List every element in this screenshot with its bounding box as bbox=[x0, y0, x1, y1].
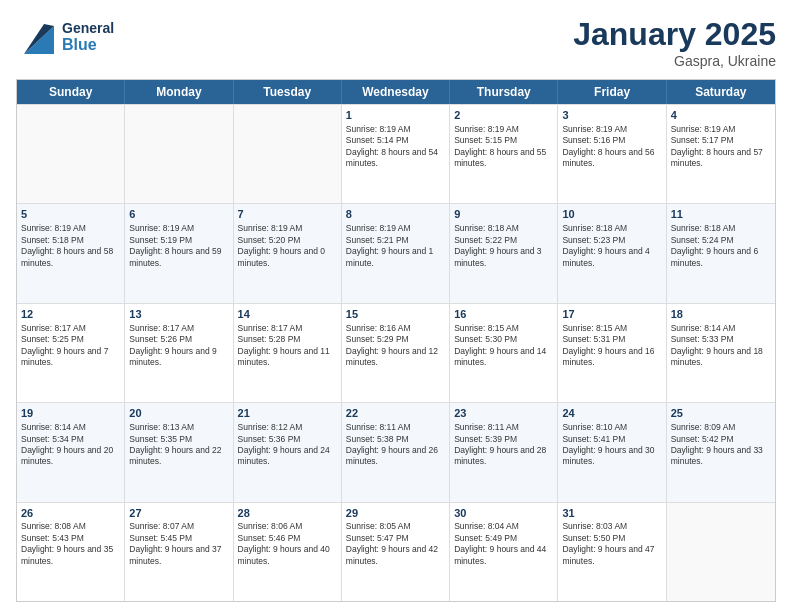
day-info-28: Sunrise: 8:06 AM Sunset: 5:46 PM Dayligh… bbox=[238, 521, 330, 565]
page: General Blue January 2025 Gaspra, Ukrain… bbox=[0, 0, 792, 612]
title-block: January 2025 Gaspra, Ukraine bbox=[573, 16, 776, 69]
calendar: Sunday Monday Tuesday Wednesday Thursday… bbox=[16, 79, 776, 602]
day-info-11: Sunrise: 8:18 AM Sunset: 5:24 PM Dayligh… bbox=[671, 223, 758, 267]
empty-cell-w4-d6 bbox=[667, 503, 775, 601]
day-info-13: Sunrise: 8:17 AM Sunset: 5:26 PM Dayligh… bbox=[129, 323, 216, 367]
calendar-header: Sunday Monday Tuesday Wednesday Thursday… bbox=[17, 80, 775, 104]
day-number-5: 5 bbox=[21, 207, 120, 222]
day-number-2: 2 bbox=[454, 108, 553, 123]
day-info-26: Sunrise: 8:08 AM Sunset: 5:43 PM Dayligh… bbox=[21, 521, 113, 565]
day-cell-1: 1Sunrise: 8:19 AM Sunset: 5:14 PM Daylig… bbox=[342, 105, 450, 203]
day-info-27: Sunrise: 8:07 AM Sunset: 5:45 PM Dayligh… bbox=[129, 521, 221, 565]
day-info-16: Sunrise: 8:15 AM Sunset: 5:30 PM Dayligh… bbox=[454, 323, 546, 367]
day-number-10: 10 bbox=[562, 207, 661, 222]
day-number-11: 11 bbox=[671, 207, 771, 222]
day-info-10: Sunrise: 8:18 AM Sunset: 5:23 PM Dayligh… bbox=[562, 223, 649, 267]
day-cell-28: 28Sunrise: 8:06 AM Sunset: 5:46 PM Dayli… bbox=[234, 503, 342, 601]
day-cell-14: 14Sunrise: 8:17 AM Sunset: 5:28 PM Dayli… bbox=[234, 304, 342, 402]
day-number-6: 6 bbox=[129, 207, 228, 222]
day-number-7: 7 bbox=[238, 207, 337, 222]
empty-cell-w0-d0 bbox=[17, 105, 125, 203]
day-number-24: 24 bbox=[562, 406, 661, 421]
header-saturday: Saturday bbox=[667, 80, 775, 104]
day-cell-5: 5Sunrise: 8:19 AM Sunset: 5:18 PM Daylig… bbox=[17, 204, 125, 302]
day-number-15: 15 bbox=[346, 307, 445, 322]
day-number-1: 1 bbox=[346, 108, 445, 123]
day-cell-10: 10Sunrise: 8:18 AM Sunset: 5:23 PM Dayli… bbox=[558, 204, 666, 302]
empty-cell-w0-d2 bbox=[234, 105, 342, 203]
week-row-3: 12Sunrise: 8:17 AM Sunset: 5:25 PM Dayli… bbox=[17, 303, 775, 402]
day-number-27: 27 bbox=[129, 506, 228, 521]
day-number-21: 21 bbox=[238, 406, 337, 421]
day-number-31: 31 bbox=[562, 506, 661, 521]
day-cell-13: 13Sunrise: 8:17 AM Sunset: 5:26 PM Dayli… bbox=[125, 304, 233, 402]
day-cell-23: 23Sunrise: 8:11 AM Sunset: 5:39 PM Dayli… bbox=[450, 403, 558, 501]
day-info-7: Sunrise: 8:19 AM Sunset: 5:20 PM Dayligh… bbox=[238, 223, 325, 267]
day-info-15: Sunrise: 8:16 AM Sunset: 5:29 PM Dayligh… bbox=[346, 323, 438, 367]
day-cell-22: 22Sunrise: 8:11 AM Sunset: 5:38 PM Dayli… bbox=[342, 403, 450, 501]
day-number-26: 26 bbox=[21, 506, 120, 521]
day-info-12: Sunrise: 8:17 AM Sunset: 5:25 PM Dayligh… bbox=[21, 323, 108, 367]
calendar-body: 1Sunrise: 8:19 AM Sunset: 5:14 PM Daylig… bbox=[17, 104, 775, 601]
day-number-9: 9 bbox=[454, 207, 553, 222]
day-info-8: Sunrise: 8:19 AM Sunset: 5:21 PM Dayligh… bbox=[346, 223, 433, 267]
header-sunday: Sunday bbox=[17, 80, 125, 104]
day-number-20: 20 bbox=[129, 406, 228, 421]
day-info-4: Sunrise: 8:19 AM Sunset: 5:17 PM Dayligh… bbox=[671, 124, 763, 168]
day-info-2: Sunrise: 8:19 AM Sunset: 5:15 PM Dayligh… bbox=[454, 124, 546, 168]
day-info-30: Sunrise: 8:04 AM Sunset: 5:49 PM Dayligh… bbox=[454, 521, 546, 565]
location: Gaspra, Ukraine bbox=[573, 53, 776, 69]
day-cell-18: 18Sunrise: 8:14 AM Sunset: 5:33 PM Dayli… bbox=[667, 304, 775, 402]
empty-cell-w0-d1 bbox=[125, 105, 233, 203]
day-number-14: 14 bbox=[238, 307, 337, 322]
day-info-25: Sunrise: 8:09 AM Sunset: 5:42 PM Dayligh… bbox=[671, 422, 763, 466]
day-cell-26: 26Sunrise: 8:08 AM Sunset: 5:43 PM Dayli… bbox=[17, 503, 125, 601]
day-number-22: 22 bbox=[346, 406, 445, 421]
day-cell-15: 15Sunrise: 8:16 AM Sunset: 5:29 PM Dayli… bbox=[342, 304, 450, 402]
day-number-25: 25 bbox=[671, 406, 771, 421]
day-info-17: Sunrise: 8:15 AM Sunset: 5:31 PM Dayligh… bbox=[562, 323, 654, 367]
day-cell-27: 27Sunrise: 8:07 AM Sunset: 5:45 PM Dayli… bbox=[125, 503, 233, 601]
week-row-4: 19Sunrise: 8:14 AM Sunset: 5:34 PM Dayli… bbox=[17, 402, 775, 501]
day-info-29: Sunrise: 8:05 AM Sunset: 5:47 PM Dayligh… bbox=[346, 521, 438, 565]
header-monday: Monday bbox=[125, 80, 233, 104]
day-info-3: Sunrise: 8:19 AM Sunset: 5:16 PM Dayligh… bbox=[562, 124, 654, 168]
day-cell-3: 3Sunrise: 8:19 AM Sunset: 5:16 PM Daylig… bbox=[558, 105, 666, 203]
logo-general-text: General bbox=[62, 21, 114, 36]
logo-wordmark: General Blue bbox=[62, 21, 114, 54]
day-cell-25: 25Sunrise: 8:09 AM Sunset: 5:42 PM Dayli… bbox=[667, 403, 775, 501]
day-info-20: Sunrise: 8:13 AM Sunset: 5:35 PM Dayligh… bbox=[129, 422, 221, 466]
header-friday: Friday bbox=[558, 80, 666, 104]
week-row-5: 26Sunrise: 8:08 AM Sunset: 5:43 PM Dayli… bbox=[17, 502, 775, 601]
day-cell-2: 2Sunrise: 8:19 AM Sunset: 5:15 PM Daylig… bbox=[450, 105, 558, 203]
day-cell-30: 30Sunrise: 8:04 AM Sunset: 5:49 PM Dayli… bbox=[450, 503, 558, 601]
logo: General Blue bbox=[16, 16, 114, 58]
day-cell-24: 24Sunrise: 8:10 AM Sunset: 5:41 PM Dayli… bbox=[558, 403, 666, 501]
day-info-24: Sunrise: 8:10 AM Sunset: 5:41 PM Dayligh… bbox=[562, 422, 654, 466]
day-cell-31: 31Sunrise: 8:03 AM Sunset: 5:50 PM Dayli… bbox=[558, 503, 666, 601]
month-title: January 2025 bbox=[573, 16, 776, 53]
day-cell-29: 29Sunrise: 8:05 AM Sunset: 5:47 PM Dayli… bbox=[342, 503, 450, 601]
day-number-23: 23 bbox=[454, 406, 553, 421]
day-cell-6: 6Sunrise: 8:19 AM Sunset: 5:19 PM Daylig… bbox=[125, 204, 233, 302]
day-cell-16: 16Sunrise: 8:15 AM Sunset: 5:30 PM Dayli… bbox=[450, 304, 558, 402]
day-number-29: 29 bbox=[346, 506, 445, 521]
header-wednesday: Wednesday bbox=[342, 80, 450, 104]
day-number-12: 12 bbox=[21, 307, 120, 322]
day-info-6: Sunrise: 8:19 AM Sunset: 5:19 PM Dayligh… bbox=[129, 223, 221, 267]
day-number-28: 28 bbox=[238, 506, 337, 521]
day-cell-8: 8Sunrise: 8:19 AM Sunset: 5:21 PM Daylig… bbox=[342, 204, 450, 302]
day-info-19: Sunrise: 8:14 AM Sunset: 5:34 PM Dayligh… bbox=[21, 422, 113, 466]
day-info-9: Sunrise: 8:18 AM Sunset: 5:22 PM Dayligh… bbox=[454, 223, 541, 267]
day-cell-17: 17Sunrise: 8:15 AM Sunset: 5:31 PM Dayli… bbox=[558, 304, 666, 402]
day-number-3: 3 bbox=[562, 108, 661, 123]
day-cell-21: 21Sunrise: 8:12 AM Sunset: 5:36 PM Dayli… bbox=[234, 403, 342, 501]
day-number-8: 8 bbox=[346, 207, 445, 222]
day-cell-20: 20Sunrise: 8:13 AM Sunset: 5:35 PM Dayli… bbox=[125, 403, 233, 501]
header-thursday: Thursday bbox=[450, 80, 558, 104]
day-info-1: Sunrise: 8:19 AM Sunset: 5:14 PM Dayligh… bbox=[346, 124, 438, 168]
day-number-13: 13 bbox=[129, 307, 228, 322]
day-info-14: Sunrise: 8:17 AM Sunset: 5:28 PM Dayligh… bbox=[238, 323, 330, 367]
day-cell-12: 12Sunrise: 8:17 AM Sunset: 5:25 PM Dayli… bbox=[17, 304, 125, 402]
day-number-18: 18 bbox=[671, 307, 771, 322]
